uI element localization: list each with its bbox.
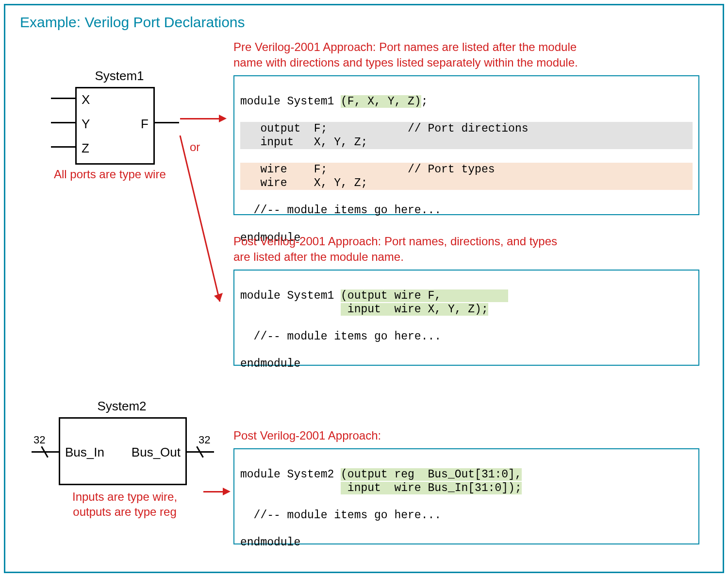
system2-box: Bus_In Bus_Out	[59, 417, 187, 485]
arrow-to-post2001	[176, 132, 230, 316]
bus-out-width: 32	[199, 434, 210, 446]
post2001a-codebox: module System1 (output wire F, input wir…	[233, 270, 699, 366]
bus-out-label: Bus_Out	[132, 445, 181, 460]
arrow-to-post2001b	[203, 491, 223, 492]
port-z: Z	[82, 141, 89, 156]
svg-line-0	[180, 136, 220, 302]
port-f: F	[141, 117, 149, 132]
code-text: module System1 (F, X, Y, Z); output F; /…	[240, 95, 693, 244]
figure-frame: Example: Verilog Port Declarations Syste…	[4, 4, 724, 573]
port-y: Y	[82, 117, 90, 132]
port-wire-z	[51, 146, 75, 148]
system2-name: System2	[25, 399, 204, 414]
post2001b-codebox: module System2 (output reg Bus_Out[31:0]…	[233, 448, 699, 544]
system1-box: X Y Z F	[75, 87, 155, 165]
arrow-head-post2001b	[223, 488, 231, 495]
system1-caption: All ports are type wire	[54, 168, 166, 181]
code-text: module System1 (output wire F, input wir…	[240, 289, 508, 370]
post2001b-heading: Post Verilog-2001 Approach:	[233, 428, 381, 443]
port-x: X	[82, 92, 90, 107]
system1-diagram: System1 X Y Z F All ports are type wire	[34, 68, 185, 86]
system1-name: System1	[34, 68, 185, 84]
arrow-head-pre2001	[219, 115, 227, 122]
code-text: module System2 (output reg Bus_Out[31:0]…	[240, 468, 522, 549]
port-wire-y	[51, 122, 75, 123]
bus-in-label: Bus_In	[65, 445, 104, 460]
figure-title: Example: Verilog Port Declarations	[20, 14, 245, 31]
system2-diagram: System2 32 32 Bus_In Bus_Out Inputs are …	[25, 399, 204, 417]
arrow-to-pre2001	[180, 118, 219, 119]
post2001a-heading: Post Verilog-2001 Approach: Port names, …	[233, 234, 557, 264]
port-wire-x	[51, 98, 75, 99]
bus-in-width: 32	[33, 434, 45, 446]
port-wire-f	[155, 122, 179, 123]
pre2001-heading: Pre Verilog-2001 Approach: Port names ar…	[233, 39, 578, 70]
system2-caption: Inputs are type wire, outputs are type r…	[72, 489, 177, 519]
pre2001-codebox: module System1 (F, X, Y, Z); output F; /…	[233, 75, 699, 215]
